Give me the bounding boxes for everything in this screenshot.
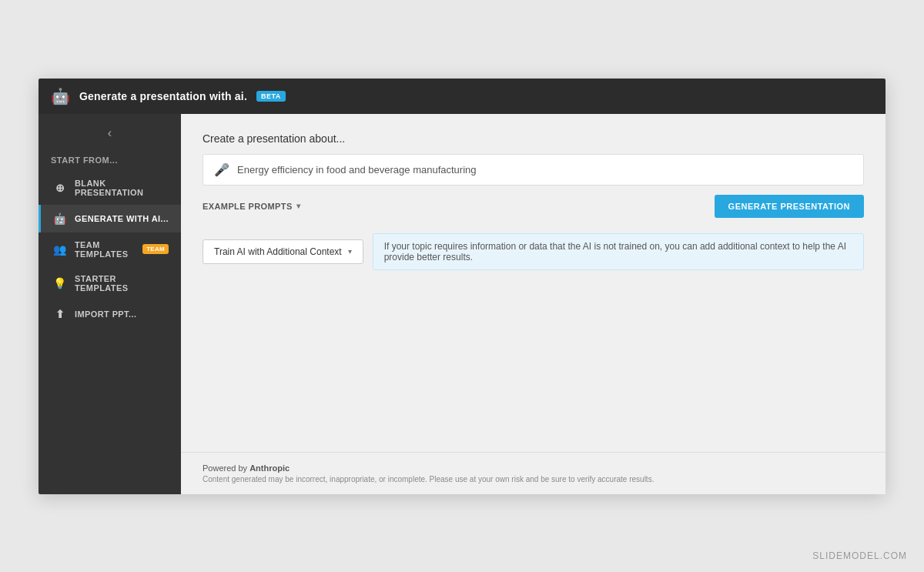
content-inner: Create a presentation about... 🎤 Energy … bbox=[181, 114, 886, 452]
sidebar-item-blank[interactable]: ⊕ Blank Presentation bbox=[38, 171, 181, 205]
sidebar-item-import-label: Import PPT... bbox=[75, 309, 169, 319]
sidebar-item-starter[interactable]: 💡 Starter Templates bbox=[38, 266, 181, 300]
sidebar-item-blank-label: Blank Presentation bbox=[75, 179, 169, 197]
train-ai-hint: If your topic requires information or da… bbox=[373, 233, 864, 270]
toolbar-row: EXAMPLE PROMPTS ▾ GENERATE PRESENTATION bbox=[203, 195, 864, 218]
back-arrow-icon: ‹ bbox=[108, 126, 112, 140]
chevron-down-icon: ▾ bbox=[296, 202, 300, 210]
sidebar-item-import[interactable]: ⬆ Import PPT... bbox=[38, 300, 181, 328]
lightbulb-icon: 💡 bbox=[53, 277, 67, 289]
example-prompts-button[interactable]: EXAMPLE PROMPTS ▾ bbox=[203, 202, 300, 211]
sidebar-item-generate-label: Generate with AI... bbox=[75, 214, 169, 223]
sidebar-item-team-label: Team Templates bbox=[75, 240, 135, 259]
team-icon: 👥 bbox=[53, 243, 67, 256]
upload-icon: ⬆ bbox=[53, 308, 67, 320]
top-bar-title: Generate a presentation with ai. bbox=[79, 90, 247, 102]
top-bar: 🤖 Generate a presentation with ai. BETA bbox=[38, 79, 886, 114]
generate-presentation-button[interactable]: GENERATE PRESENTATION bbox=[715, 195, 864, 218]
back-button[interactable]: ‹ bbox=[38, 120, 181, 146]
sidebar-item-generate[interactable]: 🤖 Generate with AI... bbox=[38, 205, 181, 232]
train-ai-button[interactable]: Train AI with Additional Context ▾ bbox=[203, 239, 363, 264]
ai-robot-icon: 🤖 bbox=[51, 87, 70, 105]
sidebar-item-starter-label: Starter Templates bbox=[75, 274, 169, 293]
sidebar-section-label: Start from... bbox=[38, 146, 181, 171]
powered-by-prefix: Powered by bbox=[203, 463, 249, 473]
team-badge: TEAM bbox=[142, 244, 169, 254]
microphone-icon: 🎤 bbox=[214, 162, 229, 177]
watermark: SLIDEMODEL.COM bbox=[812, 550, 907, 561]
main-layout: ‹ Start from... ⊕ Blank Presentation 🤖 G… bbox=[38, 114, 886, 494]
content-area: Create a presentation about... 🎤 Energy … bbox=[181, 114, 886, 494]
example-prompts-label: EXAMPLE PROMPTS bbox=[203, 202, 293, 211]
plus-circle-icon: ⊕ bbox=[53, 182, 67, 194]
sidebar: ‹ Start from... ⊕ Blank Presentation 🤖 G… bbox=[38, 114, 181, 494]
app-window: 🤖 Generate a presentation with ai. BETA … bbox=[38, 79, 886, 494]
train-ai-button-label: Train AI with Additional Context bbox=[214, 246, 342, 257]
disclaimer-text: Content generated may be incorrect, inap… bbox=[203, 475, 864, 483]
beta-badge: BETA bbox=[256, 91, 286, 102]
sidebar-item-team[interactable]: 👥 Team Templates TEAM bbox=[38, 232, 181, 266]
train-ai-row: Train AI with Additional Context ▾ If yo… bbox=[203, 233, 864, 270]
content-footer: Powered by Anthropic Content generated m… bbox=[181, 452, 886, 494]
train-ai-chevron-icon: ▾ bbox=[348, 247, 352, 256]
powered-by-name: Anthropic bbox=[249, 463, 290, 473]
prompt-text: Energy efficiency in food and beverage m… bbox=[237, 164, 852, 176]
powered-by: Powered by Anthropic bbox=[203, 463, 864, 473]
section-title: Create a presentation about... bbox=[203, 132, 864, 145]
prompt-input-wrapper[interactable]: 🎤 Energy efficiency in food and beverage… bbox=[203, 154, 864, 186]
ai-icon: 🤖 bbox=[53, 212, 67, 225]
